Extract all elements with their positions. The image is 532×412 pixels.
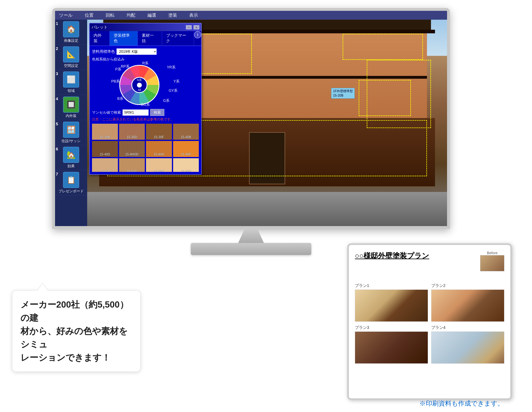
sidebar-label-region: 領域 <box>67 88 75 93</box>
swatch-label: 15-50E <box>154 170 164 172</box>
wheel-g-label[interactable]: G系 <box>163 98 170 103</box>
plan-img-4 <box>431 331 504 364</box>
paint-standard-row: 塗料用標準色 2019年 K版 <box>92 48 199 55</box>
menu-item-select[interactable]: 編選 <box>147 12 156 18</box>
sidebar-icon-presentation: 📋 <box>63 172 79 188</box>
wheel-pb-label[interactable]: PB系 <box>111 79 120 84</box>
sidebar-label-space: 空間設定 <box>64 63 78 68</box>
sidebar-label-effect: 効果 <box>67 164 75 169</box>
color-wheel[interactable]: N系 All <box>119 65 160 105</box>
munsell-search-btn[interactable]: 検索 <box>150 109 164 116</box>
palette-tab-interior[interactable]: 内外装 <box>90 31 110 46</box>
wheel-all-label[interactable]: All <box>138 88 141 92</box>
sidebar-item-effect[interactable]: 🏡 効果 6 <box>55 145 87 170</box>
plan-item-4: プラン4 <box>431 325 504 364</box>
swatch-label: 15-60P <box>181 170 191 172</box>
palette-tab-standard[interactable]: 塗装標準色 <box>110 31 138 46</box>
monitor-base <box>191 243 311 255</box>
wheel-n-label[interactable]: N系 <box>137 78 142 82</box>
sidebar-number-4: 4 <box>56 97 58 101</box>
wheel-r-label[interactable]: R系 <box>142 61 149 66</box>
munsell-label: マンセル値で検索 <box>92 110 121 115</box>
speech-bubble: メーカー200社（約5,500）の建材から、好みの色や素材をシミュレーションでき… <box>12 290 141 372</box>
wheel-b-label[interactable]: B系 <box>117 96 123 101</box>
before-section: Before <box>480 251 504 271</box>
sidebar-number-2: 2 <box>56 46 58 51</box>
palette-window: パレット − × 内外装 塗装標準色 素材一括 ブックマーク i 塗 <box>89 23 202 175</box>
plans-grid: プラン1 プラン2 プラン3 プラン4 <box>355 283 504 364</box>
wheel-gy-label[interactable]: GY系 <box>169 88 178 93</box>
swatch-15-40D[interactable]: 15-40D <box>92 141 118 157</box>
swatch-15-60P[interactable]: 15-60P <box>173 158 199 172</box>
plan-label-4: プラン4 <box>431 325 504 330</box>
swatch-15-40H[interactable]: 15-40H <box>146 141 172 157</box>
sidebar-item-space[interactable]: 📐 空間設定 2 <box>55 45 87 70</box>
swatch-label: 15-40H <box>154 153 164 156</box>
wheel-p-label[interactable]: P系 <box>115 67 121 72</box>
sidebar-label-presentation: プレゼンボード <box>58 189 84 194</box>
palette-title: パレット <box>92 25 108 30</box>
palette-titlebar: パレット − × <box>90 23 201 31</box>
plan-item-1: プラン1 <box>355 283 428 322</box>
palette-body: 塗料用標準色 2019年 K版 色相系統から絞込み <box>90 46 201 174</box>
swatch-15-30B[interactable]: 15-30B <box>92 124 118 140</box>
swatch-15-30F[interactable]: 15-30F <box>146 124 172 140</box>
sidebar-icon-space: 📐 <box>63 46 79 62</box>
monitor-screen-frame: ツール 位置 回転 均配 編選 塗装 表示 🏠 画像設定 1 📐 空間設定 2 <box>52 8 450 229</box>
wheel-y-label[interactable]: Y系 <box>173 79 180 84</box>
sidebar-number-7: 7 <box>56 172 58 177</box>
sidebar-item-image[interactable]: 🏠 画像設定 1 <box>55 20 87 45</box>
sidebar-label-fixture: 住設/サッシ <box>61 139 81 143</box>
swatch-label: 15-50B <box>100 170 110 172</box>
menu-item-align[interactable]: 均配 <box>126 12 135 18</box>
wheel-rp-label[interactable]: RP系 <box>121 64 130 69</box>
monitor-screen: ツール 位置 回転 均配 編選 塗装 表示 🏠 画像設定 1 📐 空間設定 2 <box>55 11 447 226</box>
swatch-15-40B[interactable]: 15-40B <box>173 124 199 140</box>
sidebar-item-fixture[interactable]: 🪟 住設/サッシ 5 <box>55 120 87 145</box>
palette-tabs: 内外装 塗装標準色 素材一括 ブックマーク i <box>90 31 201 46</box>
menu-item-view[interactable]: 表示 <box>189 12 198 18</box>
menu-item-rotate[interactable]: 回転 <box>106 12 114 18</box>
sidebar-item-region[interactable]: ⬜ 領域 3 <box>55 70 87 95</box>
swatch-label: 15-40D <box>100 153 110 156</box>
sidebar-item-presentation[interactable]: 📋 プレゼンボード 7 <box>55 170 87 195</box>
house-label-text: 1F外壁標準型15-20B <box>333 89 353 97</box>
ground <box>87 192 447 226</box>
sidebar-item-interior[interactable]: 🔲 内外装 4 <box>55 95 87 120</box>
palette-minimize-btn[interactable]: − <box>186 25 192 29</box>
sidebar-number-3: 3 <box>56 72 58 76</box>
palette-tab-bookmark[interactable]: ブックマーク <box>162 31 194 46</box>
swatch-15-50D[interactable]: 15-50D <box>119 158 145 172</box>
sidebar-icon-region: ⬜ <box>63 72 79 88</box>
swatches-area: 15-30B15-30D15-30F15-40B15-40D15-M40D15-… <box>92 124 199 172</box>
sidebar-icon-fixture: 🪟 <box>63 122 79 138</box>
swatch-15-30D[interactable]: 15-30D <box>119 124 145 140</box>
paint-standard-label: 塗料用標準色 <box>92 49 115 54</box>
wheel-bg-label[interactable]: BG系 <box>141 102 150 107</box>
swatch-15-40P[interactable]: 15-40P <box>173 141 199 157</box>
swatch-15-50B[interactable]: 15-50B <box>92 158 118 172</box>
palette-tab-material[interactable]: 素材一括 <box>138 31 162 46</box>
menu-item-position[interactable]: 位置 <box>85 12 94 18</box>
swatch-label: 15-50D <box>127 170 137 172</box>
paint-standard-select[interactable]: 2019年 K版 <box>116 48 157 55</box>
menu-item-tool[interactable]: ツール <box>59 12 73 18</box>
speech-bubble-text: メーカー200社（約5,500）の建材から、好みの色や素材をシミュレーションでき… <box>20 298 132 364</box>
menu-bar: ツール 位置 回転 均配 編選 塗装 表示 <box>55 11 447 20</box>
palette-titlebar-controls: − × <box>185 25 199 29</box>
palette-close-btn[interactable]: × <box>194 25 199 29</box>
monitor-neck <box>235 229 267 243</box>
plan-label-1: プラン1 <box>355 283 428 288</box>
swatch-15-M40D[interactable]: 15-M40D <box>119 141 145 157</box>
tablet-inner: ○○様邸外壁塗装プラン Before プラン1 プラン2 プラン3 プラン4 <box>349 245 510 398</box>
menu-item-paint[interactable]: 塗装 <box>168 12 177 18</box>
palette-info-btn[interactable]: i <box>194 31 201 38</box>
color-wheel-center: N系 All <box>131 77 147 93</box>
monitor-wrapper: ツール 位置 回転 均配 編選 塗装 表示 🏠 画像設定 1 📐 空間設定 2 <box>40 8 462 255</box>
sidebar-icon-effect: 🏡 <box>63 147 79 163</box>
munsell-input[interactable] <box>123 109 149 116</box>
swatch-15-50E[interactable]: 15-50E <box>146 158 172 172</box>
wheel-center-dot[interactable] <box>137 83 142 88</box>
sidebar-number-1: 1 <box>56 21 58 26</box>
wheel-yr-label[interactable]: YR系 <box>167 65 176 70</box>
